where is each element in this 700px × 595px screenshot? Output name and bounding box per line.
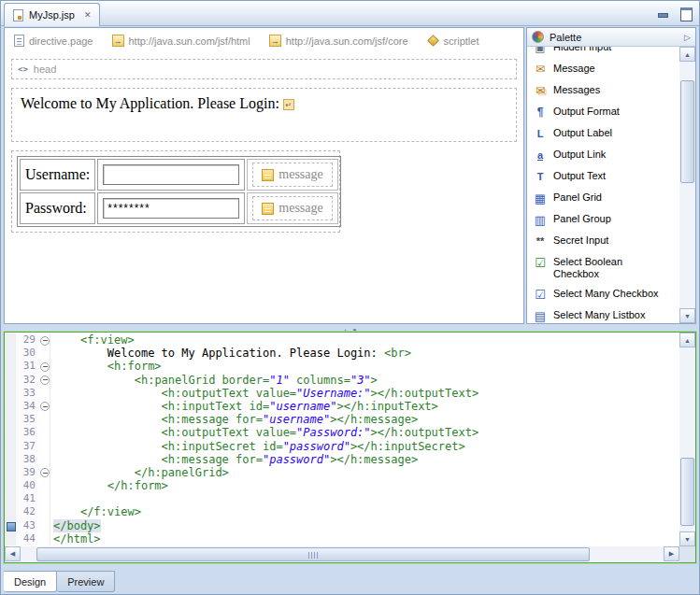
minimize-icon[interactable]	[656, 7, 670, 20]
scrollbar-thumb[interactable]	[680, 80, 694, 183]
directive-item[interactable]: http://java.sun.com/jsf/html	[112, 35, 250, 47]
code-text[interactable]	[50, 492, 679, 505]
code-text[interactable]: </html>	[50, 532, 679, 545]
palette-item-label: Output Format	[553, 106, 667, 118]
field-label: Password:	[25, 200, 87, 216]
scroll-down-icon[interactable]	[679, 308, 695, 323]
source-line[interactable]: 34 <h:inputText id="username"></h:inputT…	[5, 400, 679, 413]
code-text[interactable]: <h:message for="username"></h:message>	[50, 413, 679, 426]
directive-item[interactable]: http://java.sun.com/jsf/core	[269, 35, 408, 47]
editor-tab-myjsp[interactable]: MyJsp.jsp	[4, 3, 100, 26]
source-line[interactable]: 30 Welcome to My Application. Please Log…	[5, 347, 679, 360]
palette-item[interactable]: Select Boolean Checkbox	[527, 252, 679, 284]
source-line[interactable]: 35 <h:message for="username"></h:message…	[5, 413, 679, 426]
fold-marker[interactable]	[38, 453, 50, 466]
message-placeholder[interactable]: message	[252, 196, 332, 220]
code-text[interactable]: <h:message for="password"></h:message>	[50, 453, 679, 466]
code-text[interactable]: </body>	[50, 519, 679, 532]
scrollbar-track[interactable]	[679, 347, 695, 531]
source-line[interactable]: 43 </body>	[5, 519, 679, 532]
fold-marker[interactable]	[38, 492, 50, 505]
palette-item[interactable]: Panel Group	[527, 209, 679, 231]
palette-item[interactable]: Select Many Listbox	[527, 305, 679, 323]
palette-header[interactable]: Palette	[527, 28, 695, 47]
fold-marker[interactable]	[38, 333, 50, 347]
palette-item[interactable]: Message	[527, 59, 679, 80]
fold-marker[interactable]	[38, 479, 50, 492]
scroll-down-icon[interactable]	[679, 531, 695, 546]
code-text[interactable]: <h:form>	[50, 360, 679, 373]
scrollbar-track[interactable]	[21, 546, 664, 562]
view-element[interactable]: Welcome to My Application. Please Login:	[11, 88, 517, 142]
palette-item[interactable]: Hidden Input	[527, 47, 679, 59]
fold-marker[interactable]	[38, 426, 50, 439]
source-line[interactable]: 29 <f:view>	[5, 333, 679, 347]
scrollbar-thumb[interactable]	[680, 458, 694, 526]
scroll-up-icon[interactable]	[679, 47, 695, 62]
pane-splitter[interactable]	[4, 324, 696, 332]
code-text[interactable]: Welcome to My Application. Please Login:…	[50, 347, 679, 360]
palette-scrollbar[interactable]	[679, 47, 695, 323]
fold-marker[interactable]	[38, 519, 50, 532]
fold-marker[interactable]	[38, 440, 50, 453]
palette-item[interactable]: Panel Grid	[527, 188, 679, 209]
fold-marker[interactable]	[38, 505, 50, 518]
source-line[interactable]: 40 </h:form>	[5, 479, 679, 492]
code-text[interactable]: <f:view>	[50, 333, 679, 347]
palette-item[interactable]: Secret Input	[527, 231, 679, 252]
directive-item[interactable]: scriptlet	[427, 35, 479, 47]
scrollbar-thumb[interactable]	[36, 547, 590, 561]
field-input[interactable]	[103, 198, 239, 219]
maximize-icon[interactable]	[679, 7, 693, 20]
source-vertical-scrollbar[interactable]	[679, 333, 695, 546]
source-line[interactable]: 42 </f:view>	[5, 505, 679, 518]
form-element[interactable]: Username: message	[11, 150, 340, 233]
palette-item[interactable]: Messages	[527, 80, 679, 102]
bottom-tab[interactable]: Preview	[57, 571, 115, 592]
source-line[interactable]: 44 </html>	[5, 532, 679, 545]
fold-marker[interactable]	[38, 466, 50, 479]
source-line[interactable]: 31 <h:form>	[5, 360, 679, 373]
fold-marker[interactable]	[38, 413, 50, 426]
source-line[interactable]: 36 <h:outputText value="Password:"></h:o…	[5, 426, 679, 439]
code-text[interactable]: </h:panelGrid>	[50, 466, 679, 479]
code-text[interactable]: </h:form>	[50, 479, 679, 492]
source-line[interactable]: 41	[5, 492, 679, 505]
directive-item[interactable]: directive.page	[14, 35, 93, 47]
chevron-right-icon[interactable]	[684, 33, 691, 42]
fold-marker[interactable]	[38, 374, 50, 387]
head-element[interactable]: head	[11, 59, 517, 79]
fold-marker[interactable]	[38, 347, 50, 360]
source-line[interactable]: 32 <h:panelGrid border="1" columns="3">	[5, 374, 679, 387]
source-line[interactable]: 38 <h:message for="password"></h:message…	[5, 453, 679, 466]
source-line[interactable]: 39 </h:panelGrid>	[5, 466, 679, 479]
code-text[interactable]: <h:outputText value="Username:"></h:outp…	[50, 387, 679, 400]
scroll-left-icon[interactable]	[5, 546, 21, 561]
source-line[interactable]: 37 <h:inputSecret id="password"></h:inpu…	[5, 440, 679, 453]
close-icon[interactable]	[84, 10, 92, 20]
fold-marker[interactable]	[38, 532, 50, 545]
fold-marker[interactable]	[38, 400, 50, 413]
source-horizontal-scrollbar[interactable]	[5, 546, 679, 562]
code-text[interactable]: </f:view>	[50, 505, 679, 518]
palette-item[interactable]: Output Format	[527, 102, 679, 123]
bottom-tab[interactable]: Design	[4, 571, 57, 592]
scroll-right-icon[interactable]	[664, 546, 679, 561]
code-text[interactable]: <h:panelGrid border="1" columns="3">	[50, 374, 679, 387]
scrollbar-track[interactable]	[679, 62, 695, 308]
source-line[interactable]: 33 <h:outputText value="Username:"></h:o…	[5, 387, 679, 400]
palette-item[interactable]: Output Label	[527, 123, 679, 145]
code-text[interactable]: <h:outputText value="Password:"></h:outp…	[50, 426, 679, 439]
code-text[interactable]: <h:inputText id="username"></h:inputText…	[50, 400, 679, 413]
palette-item[interactable]: Output Text	[527, 166, 679, 188]
field-input[interactable]	[103, 164, 239, 185]
scroll-up-icon[interactable]	[679, 333, 695, 347]
palette-item[interactable]: Select Many Checkbox	[527, 284, 679, 305]
line-number: 44	[16, 532, 38, 545]
message-placeholder[interactable]: message	[252, 163, 332, 187]
fold-marker[interactable]	[38, 387, 50, 400]
palette-item[interactable]: Output Link	[527, 145, 679, 166]
code-text[interactable]: <h:inputSecret id="password"></h:inputSe…	[50, 440, 679, 453]
fold-marker[interactable]	[38, 360, 50, 373]
source-code-area[interactable]: 29 <f:view> 30 Welcome to My Application…	[5, 333, 679, 545]
